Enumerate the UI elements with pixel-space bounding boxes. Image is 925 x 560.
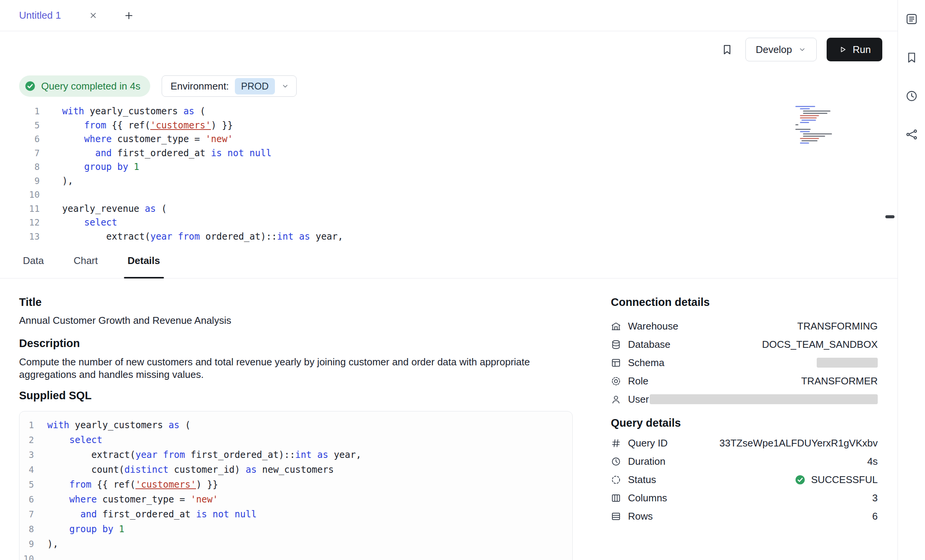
code-line: 5 from {{ ref('customers') }}: [19, 477, 572, 492]
rows-icon: [611, 511, 621, 522]
tab-chart[interactable]: Chart: [70, 243, 102, 278]
tab-untitled-1[interactable]: Untitled 1: [0, 0, 98, 31]
tab-data[interactable]: Data: [19, 243, 48, 278]
bookmark-button[interactable]: [719, 41, 736, 58]
line-number: 10: [0, 190, 40, 200]
code-text: extract(year from ordered_at)::int as ye…: [40, 231, 343, 242]
detail-row-database: DatabaseDOCS_TEAM_SANDBOX: [611, 335, 878, 354]
environment-label: Environment:: [170, 80, 229, 92]
line-number: 8: [0, 162, 40, 172]
success-check-icon: [795, 474, 806, 485]
environment-selector[interactable]: Environment: PROD: [162, 75, 296, 97]
user-icon: [611, 394, 621, 405]
line-number: 5: [0, 120, 40, 130]
code-line: 12 select: [0, 216, 898, 230]
detail-row-columns: Columns3: [611, 489, 878, 507]
detail-value: DOCS_TEAM_SANDBOX: [762, 339, 878, 350]
line-number: 8: [19, 524, 34, 534]
chevron-down-icon: [281, 82, 289, 90]
editor-scrollbar-thumb[interactable]: [885, 215, 894, 218]
code-text: and first_ordered_at is not null: [40, 148, 271, 158]
detail-label: Query ID: [628, 437, 668, 449]
detail-value: 4s: [867, 456, 878, 467]
line-number: 6: [19, 494, 34, 504]
query-description: Compute the number of new customers and …: [19, 356, 549, 381]
detail-value: TRANSFORMING: [797, 320, 878, 332]
outline-icon[interactable]: [904, 11, 919, 27]
code-text: ),: [40, 176, 73, 186]
details-right-column: Connection details WarehouseTRANSFORMING…: [573, 278, 898, 560]
detail-value: TRANSFORMER: [801, 375, 878, 387]
code-text: ),: [34, 539, 58, 549]
code-text: from {{ ref('customers') }}: [40, 120, 233, 131]
connection-details-rows: WarehouseTRANSFORMINGDatabaseDOCS_TEAM_S…: [611, 317, 878, 408]
app-window: Untitled 1 Develop Run Query completed i…: [0, 0, 925, 560]
editor-minimap: [795, 106, 849, 144]
redacted-value: [817, 358, 878, 368]
detail-row-schema: Schema: [611, 354, 878, 372]
code-text: select: [40, 217, 117, 228]
connection-details-heading: Connection details: [611, 296, 878, 309]
run-button[interactable]: Run: [827, 38, 882, 61]
code-text: extract(year from first_ordered_at)::int…: [34, 450, 361, 460]
schema-icon: [611, 358, 621, 368]
details-panel: Title Annual Customer Growth and Revenue…: [0, 278, 898, 560]
status-row: Query completed in 4s Environment: PROD: [0, 68, 898, 103]
line-number: 5: [19, 480, 34, 490]
clock-icon: [611, 456, 621, 467]
detail-row-query-id: Query ID33TZseWpe1ALFDUYerxR1gVKxbv: [611, 434, 878, 452]
detail-value: 33TZseWpe1ALFDUYerxR1gVKxbv: [719, 437, 878, 449]
code-text: yearly_revenue as (: [40, 203, 167, 214]
toolbar: Develop Run: [0, 31, 898, 68]
sql-editor[interactable]: 1with yearly_customers as (5 from {{ ref…: [0, 103, 898, 243]
supplied-sql-block: 1with yearly_customers as (2 select3 ext…: [19, 411, 573, 560]
detail-label: Duration: [628, 456, 665, 467]
redacted-value: [650, 394, 878, 404]
main-column: Untitled 1 Develop Run Query completed i…: [0, 0, 898, 560]
close-tab-icon[interactable]: [88, 11, 98, 20]
develop-dropdown[interactable]: Develop: [745, 38, 817, 61]
line-number: 2: [19, 435, 34, 445]
play-icon: [838, 45, 847, 54]
code-text: where customer_type = 'new': [40, 134, 233, 144]
line-number: 7: [0, 148, 40, 158]
detail-row-status: StatusSUCCESSFUL: [611, 470, 878, 489]
code-line: 9),: [19, 536, 572, 551]
line-number: 9: [19, 539, 34, 549]
code-line: 4 count(distinct customer_id) as new_cus…: [19, 462, 572, 477]
line-number: 7: [19, 509, 34, 519]
code-line: 13 extract(year from ordered_at)::int as…: [0, 230, 898, 244]
line-number: 13: [0, 232, 40, 242]
detail-row-duration: Duration4s: [611, 452, 878, 470]
detail-value: [817, 358, 878, 368]
tab-details[interactable]: Details: [124, 243, 164, 278]
line-number: 11: [0, 204, 40, 214]
lineage-icon[interactable]: [904, 127, 919, 142]
code-line: 7 and first_ordered_at is not null: [19, 507, 572, 522]
detail-label: Role: [628, 375, 648, 387]
code-line: 2 select: [19, 432, 572, 447]
new-tab-button[interactable]: [123, 10, 135, 21]
detail-label: User: [628, 394, 649, 405]
query-details-heading: Query details: [611, 417, 878, 429]
description-heading: Description: [19, 337, 573, 350]
detail-value: [650, 394, 878, 404]
code-text: select: [34, 435, 103, 445]
history-icon[interactable]: [904, 88, 919, 104]
detail-row-warehouse: WarehouseTRANSFORMING: [611, 317, 878, 335]
tab-bar: Untitled 1: [0, 0, 898, 31]
line-number: 1: [19, 420, 34, 430]
line-number: 3: [19, 450, 34, 460]
code-line: 1with yearly_customers as (: [19, 418, 572, 432]
code-text: group by 1: [40, 162, 139, 172]
bookmark-icon[interactable]: [904, 50, 919, 65]
editor-lines: 1with yearly_customers as (5 from {{ ref…: [0, 104, 898, 243]
result-tabs: DataChartDetails: [0, 243, 898, 278]
run-label: Run: [853, 44, 871, 56]
detail-row-rows: Rows6: [611, 507, 878, 525]
code-text: with yearly_customers as (: [34, 420, 191, 430]
role-icon: [611, 376, 621, 386]
develop-label: Develop: [756, 44, 792, 56]
chevron-down-icon: [798, 45, 806, 54]
query-status-text: Query completed in 4s: [41, 80, 140, 92]
